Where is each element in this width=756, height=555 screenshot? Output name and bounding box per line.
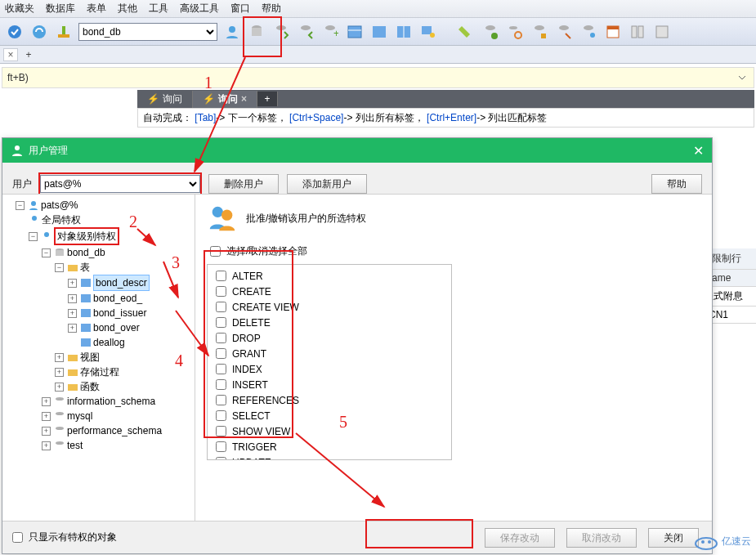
close-button[interactable]: 关闭: [648, 528, 699, 548]
table-grid-icon[interactable]: [394, 22, 414, 42]
tree-expander[interactable]: −: [42, 248, 51, 257]
cancel-button[interactable]: 取消改动: [566, 528, 637, 548]
svg-point-18: [485, 25, 495, 30]
object-tree[interactable]: −pats@% 全局特权 −对象级别特权 −bond_db −表 +bond_d…: [2, 195, 195, 521]
priv-item[interactable]: INDEX: [212, 361, 446, 377]
tree-tables[interactable]: 表: [80, 260, 90, 275]
tree-table-selected[interactable]: bond_descr: [93, 275, 150, 291]
tree-expander[interactable]: +: [68, 324, 77, 333]
db-edit-icon[interactable]: [554, 22, 574, 42]
priv-item[interactable]: REFERENCES: [212, 392, 446, 408]
add-user-button[interactable]: 添加新用户: [287, 174, 367, 194]
tree-expander[interactable]: +: [42, 412, 51, 421]
priv-item[interactable]: DELETE: [212, 315, 446, 330]
menu-advtools[interactable]: 高级工具: [180, 2, 219, 16]
tab-close[interactable]: ×: [3, 48, 18, 61]
tree-expander[interactable]: −: [16, 201, 25, 210]
priv-item[interactable]: CREATE VIEW: [212, 299, 446, 315]
select-all-checkbox[interactable]: 选择/取消选择全部: [207, 244, 700, 259]
tree-expander[interactable]: +: [42, 427, 51, 436]
tree-expander[interactable]: −: [55, 263, 64, 272]
refresh-icon[interactable]: [29, 22, 49, 42]
menu-database[interactable]: 数据库: [46, 2, 75, 16]
table-new-icon[interactable]: [345, 22, 365, 42]
query-tab-2[interactable]: ⚡询问×: [193, 91, 257, 108]
priv-item[interactable]: SHOW VIEW: [212, 423, 446, 439]
help-button[interactable]: 帮助: [651, 174, 702, 194]
db-import-icon[interactable]: [296, 22, 315, 42]
tree-expander[interactable]: +: [55, 353, 64, 362]
svg-point-35: [44, 232, 49, 237]
tree-table[interactable]: bond_issuer: [93, 306, 146, 320]
delete-user-button[interactable]: 删除用户: [208, 174, 279, 194]
db-export-icon[interactable]: [271, 22, 291, 42]
tree-expander[interactable]: +: [55, 368, 64, 377]
svg-rect-46: [68, 384, 78, 391]
menu-favorites[interactable]: 收藏夹: [5, 2, 34, 16]
tree-expander[interactable]: +: [68, 309, 77, 318]
new-connection-icon[interactable]: [5, 22, 25, 42]
tree-db[interactable]: performance_schema: [67, 423, 162, 438]
options-icon[interactable]: [652, 22, 672, 42]
tree-db[interactable]: information_schema: [67, 394, 155, 409]
tree-db[interactable]: mysql: [67, 409, 92, 423]
svg-rect-42: [81, 324, 91, 332]
only-priv-checkbox[interactable]: [12, 532, 23, 543]
svg-point-22: [535, 25, 544, 30]
tree-expander[interactable]: +: [55, 383, 64, 392]
cleanup-icon[interactable]: [456, 22, 476, 42]
priv-item[interactable]: DROP: [212, 330, 446, 346]
tree-expander[interactable]: +: [42, 441, 51, 450]
priv-item[interactable]: INSERT: [212, 377, 446, 392]
database-select[interactable]: bond_db: [78, 23, 217, 41]
table-alt-icon[interactable]: [369, 22, 389, 42]
menu-other[interactable]: 其他: [118, 2, 137, 16]
query-tab-1[interactable]: ⚡询问: [137, 91, 193, 108]
tree-expander[interactable]: +: [68, 279, 77, 288]
tree-root[interactable]: pats@%: [41, 198, 78, 213]
tree-funcs[interactable]: 函数: [80, 379, 100, 394]
db-sync-icon[interactable]: [481, 22, 500, 42]
dropdown-icon[interactable]: [736, 71, 749, 84]
close-icon[interactable]: ✕: [693, 143, 704, 159]
menu-forms[interactable]: 表单: [87, 2, 106, 16]
tree-table[interactable]: bond_over: [93, 320, 140, 335]
tree-procs[interactable]: 存储过程: [80, 365, 119, 379]
tree-expander[interactable]: +: [42, 397, 51, 406]
schedule-icon[interactable]: [603, 22, 623, 42]
svg-rect-37: [56, 250, 64, 256]
menu-tools[interactable]: 工具: [149, 2, 168, 16]
tab-add[interactable]: +: [21, 49, 36, 60]
save-button[interactable]: 保存改动: [485, 528, 555, 548]
tree-object-priv[interactable]: 对象级别特权: [54, 227, 119, 245]
query-tab-add[interactable]: +: [257, 92, 278, 106]
priv-item[interactable]: UPDATE: [212, 454, 446, 460]
priv-item[interactable]: TRIGGER: [212, 439, 446, 454]
priv-item[interactable]: SELECT: [212, 408, 446, 423]
user-alt-icon[interactable]: [54, 22, 74, 42]
tree-expander[interactable]: +: [68, 294, 77, 303]
tree-db[interactable]: test: [67, 438, 83, 453]
tree-table[interactable]: bond_eod_: [93, 291, 142, 306]
table-key-icon[interactable]: [418, 22, 438, 42]
db-search-icon[interactable]: [505, 22, 525, 42]
priv-item[interactable]: CREATE: [212, 284, 446, 299]
tree-views[interactable]: 视图: [80, 350, 100, 365]
db-open-icon[interactable]: [247, 22, 266, 42]
tree-global[interactable]: 全局特权: [42, 213, 81, 227]
user-manager-icon[interactable]: [222, 22, 242, 42]
db-user-icon[interactable]: [579, 22, 598, 42]
menu-help[interactable]: 帮助: [262, 2, 281, 16]
tree-table[interactable]: deallog: [93, 335, 125, 350]
tab-close-icon[interactable]: ×: [241, 93, 247, 105]
user-select[interactable]: pats@%: [40, 175, 200, 193]
priv-item[interactable]: ALTER: [212, 268, 446, 284]
db-config-icon[interactable]: [530, 22, 549, 42]
tree-expander[interactable]: −: [29, 232, 38, 241]
menu-window[interactable]: 窗口: [230, 2, 250, 16]
tree-db[interactable]: bond_db: [67, 245, 105, 260]
priv-item[interactable]: GRANT: [212, 346, 446, 361]
svg-rect-39: [81, 279, 91, 287]
layout-icon[interactable]: [628, 22, 647, 42]
db-plus-icon[interactable]: +: [320, 22, 340, 42]
